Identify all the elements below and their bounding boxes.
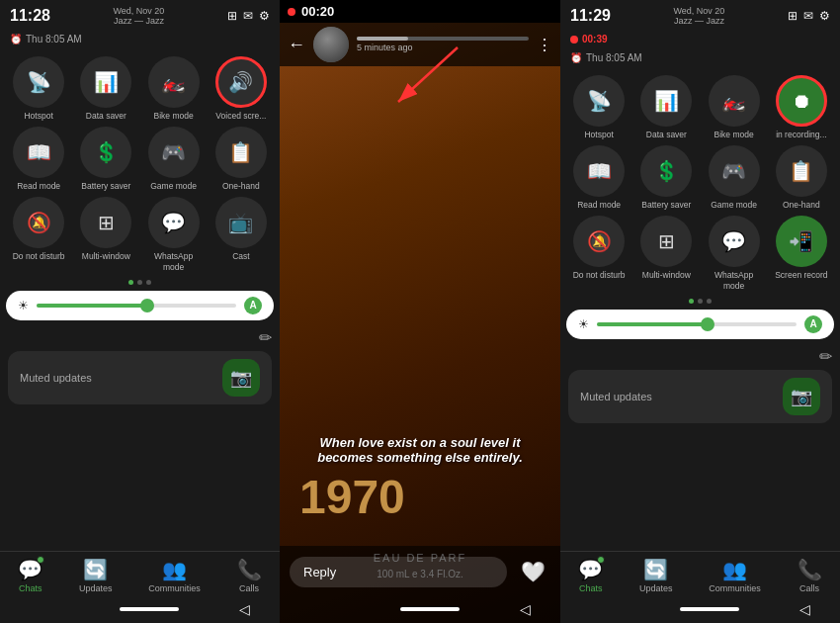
qs-hotspot-btn[interactable]: 📡: [13, 56, 64, 108]
nav-updates-left[interactable]: 🔄 Updates: [79, 558, 113, 593]
right-back-gesture[interactable]: ◁: [799, 601, 810, 617]
qs-multiwindow-btn[interactable]: ⊞: [80, 197, 131, 248]
qs-whatsapp[interactable]: 💬 WhatsApp mode: [143, 197, 205, 271]
r-qs-dnd[interactable]: 🔕 Do not disturb: [568, 216, 630, 290]
right-edit-row: ✏: [568, 347, 832, 366]
r-qs-datasaver[interactable]: 📊 Data saver: [635, 75, 697, 139]
r-qs-multiwindow-btn[interactable]: ⊞: [640, 216, 692, 267]
qs-gamemode-btn[interactable]: 🎮: [148, 127, 200, 178]
r-qs-whatsapp[interactable]: 💬 WhatsApp mode: [704, 216, 765, 290]
r-bikemode-icon: 🏍️: [721, 89, 746, 113]
qs-dnd[interactable]: 🔕 Do not disturb: [8, 197, 69, 271]
right-brightness[interactable]: ☀ A: [566, 310, 834, 339]
nav-communities-left[interactable]: 👥 Communities: [148, 558, 201, 593]
right-camera-btn[interactable]: 📷: [783, 378, 820, 415]
right-rec-dot: [570, 36, 578, 44]
r-qs-readmode[interactable]: 📖 Read mode: [568, 145, 630, 210]
left-notif-area: ✏ Muted updates 📷: [0, 324, 280, 551]
r-qs-dnd-btn[interactable]: 🔕: [573, 216, 625, 267]
qs-whatsapp-btn[interactable]: 💬: [148, 197, 200, 248]
qs-batterysaver-btn[interactable]: 💲: [80, 127, 131, 178]
r-qs-onehand[interactable]: 📋 One-hand: [771, 145, 832, 210]
middle-rec-time: 00:20: [301, 4, 334, 19]
right-notif-card: Muted updates 📷: [568, 370, 832, 423]
r-qs-batterysaver[interactable]: 💲 Battery saver: [635, 145, 697, 210]
nav-calls-right[interactable]: 📞 Calls: [798, 558, 822, 593]
qs-batterysaver-label: Battery saver: [81, 181, 130, 191]
right-alarm-time: Thu 8:05 AM: [586, 52, 642, 63]
reply-button[interactable]: Reply: [290, 557, 507, 587]
qs-whatsapp-label: WhatsApp mode: [143, 251, 205, 271]
media-progress-fill: [357, 37, 408, 41]
qs-onehand-btn[interactable]: 📋: [215, 127, 267, 178]
r-qs-whatsapp-btn[interactable]: 💬: [709, 216, 760, 267]
r-edit-icon[interactable]: ✏: [819, 347, 832, 366]
media-background: [280, 0, 560, 623]
left-home-gesture[interactable]: [120, 607, 179, 611]
right-alarm-icon: ⏰: [570, 52, 582, 63]
nav-chats-left[interactable]: 💬 Chats: [18, 558, 42, 593]
nav-communities-right[interactable]: 👥 Communities: [709, 558, 761, 593]
r-qs-onehand-btn[interactable]: 📋: [776, 145, 827, 197]
r-qs-hotspot-label: Hotspot: [584, 130, 613, 139]
r-qs-screenrecord[interactable]: ⏺ in recording...: [771, 75, 832, 139]
qs-datasaver-btn[interactable]: 📊: [80, 56, 131, 108]
nav-updates-right[interactable]: 🔄 Updates: [639, 558, 673, 593]
r-brightness-track[interactable]: [597, 322, 797, 326]
middle-home-gesture[interactable]: [400, 607, 460, 611]
r-qs-bikemode-btn[interactable]: 🏍️: [709, 75, 760, 127]
media-year: 1970: [299, 470, 405, 524]
nav-chats-right[interactable]: 💬 Chats: [578, 558, 603, 593]
brightness-auto[interactable]: A: [244, 297, 262, 314]
qs-cast[interactable]: 📺 Cast: [210, 197, 272, 271]
qs-cast-btn[interactable]: 📺: [215, 197, 267, 248]
r-qs-readmode-btn[interactable]: 📖: [573, 145, 625, 197]
qs-dnd-btn[interactable]: 🔕: [13, 197, 64, 248]
r-brightness-auto[interactable]: A: [804, 315, 822, 333]
r-qs-datasaver-btn[interactable]: 📊: [640, 75, 692, 127]
updates-label-left: Updates: [79, 583, 113, 593]
r-qs-gamemode-label: Game mode: [711, 200, 757, 210]
media-back-btn[interactable]: ←: [288, 35, 305, 55]
r-qs-screenrecord-btn[interactable]: ⏺: [776, 75, 827, 127]
qs-onehand-label: One-hand: [222, 181, 260, 191]
r-qs-hotspot-btn[interactable]: 📡: [573, 75, 625, 127]
qs-batterysaver[interactable]: 💲 Battery saver: [75, 127, 136, 191]
r-qs-screenrecord2[interactable]: 📲 Screen record: [771, 216, 832, 290]
edit-icon[interactable]: ✏: [259, 328, 272, 347]
qs-voicedscreen-btn[interactable]: 🔊: [215, 56, 267, 108]
qs-hotspot[interactable]: 📡 Hotspot: [8, 56, 69, 121]
media-more-btn[interactable]: ⋮: [537, 36, 552, 54]
r-qs-screenrecord2-btn[interactable]: 📲: [776, 216, 827, 267]
r-qs-batterysaver-btn[interactable]: 💲: [640, 145, 692, 197]
qs-bikemode[interactable]: 🏍️ Bike mode: [143, 56, 205, 121]
left-camera-btn[interactable]: 📷: [222, 359, 260, 397]
voicedscreen-icon: 🔊: [228, 70, 253, 94]
readmode-icon: 📖: [27, 140, 51, 164]
qs-onehand[interactable]: 📋 One-hand: [210, 127, 272, 191]
qs-gamemode[interactable]: 🎮 Game mode: [143, 127, 205, 191]
brightness-track[interactable]: [37, 304, 236, 308]
media-progress-bar[interactable]: [357, 37, 529, 41]
qs-bikemode-btn[interactable]: 🏍️: [148, 56, 200, 108]
r-dot-2: [698, 299, 703, 304]
r-brightness-thumb: [701, 317, 714, 331]
middle-back-gesture[interactable]: ◁: [520, 601, 531, 617]
qs-readmode[interactable]: 📖 Read mode: [8, 127, 69, 191]
r-qs-hotspot[interactable]: 📡 Hotspot: [568, 75, 630, 139]
left-brightness[interactable]: ☀ A: [6, 291, 274, 320]
right-home-gesture[interactable]: [680, 607, 739, 611]
qs-voicedscreen[interactable]: 🔊 Voiced scre...: [210, 56, 272, 121]
r-qs-gamemode-btn[interactable]: 🎮: [709, 145, 760, 197]
r-qs-gamemode[interactable]: 🎮 Game mode: [704, 145, 765, 210]
qs-multiwindow[interactable]: ⊞ Multi-window: [75, 197, 136, 271]
r-qs-bikemode[interactable]: 🏍️ Bike mode: [704, 75, 765, 139]
left-back-gesture[interactable]: ◁: [239, 601, 250, 617]
qs-readmode-btn[interactable]: 📖: [13, 127, 64, 178]
nav-calls-left[interactable]: 📞 Calls: [237, 558, 262, 593]
heart-button[interactable]: 🤍: [515, 554, 550, 589]
qs-datasaver[interactable]: 📊 Data saver: [75, 56, 136, 121]
r-dot-3: [707, 299, 712, 304]
communities-icon-right: 👥: [722, 558, 747, 581]
r-qs-multiwindow[interactable]: ⊞ Multi-window: [635, 216, 697, 290]
